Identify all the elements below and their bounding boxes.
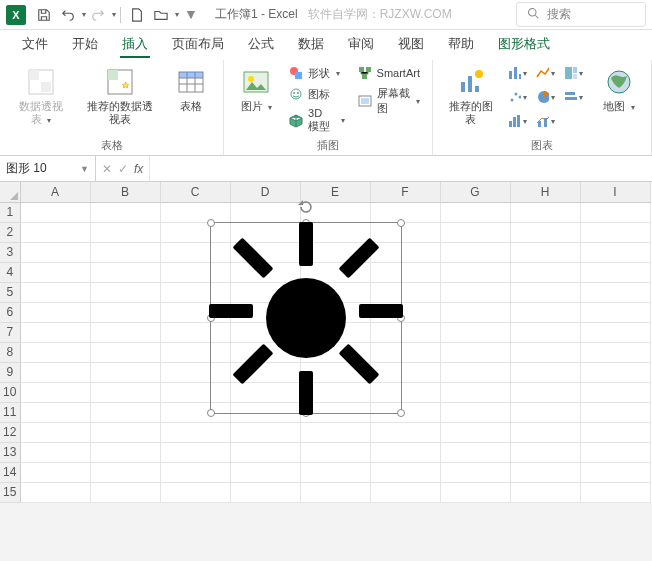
smartart-icon (357, 65, 373, 81)
fx-icon[interactable]: fx (134, 162, 143, 176)
shapes-button[interactable]: 形状▾ (286, 64, 347, 82)
svg-point-9 (248, 76, 254, 82)
new-file-icon[interactable] (125, 3, 149, 27)
redo-icon[interactable] (86, 3, 110, 27)
resize-handle[interactable] (397, 314, 405, 322)
name-box[interactable]: 图形 10 ▼ (0, 156, 96, 181)
recommended-charts-label: 推荐的图表 (447, 100, 495, 125)
col-header[interactable]: G (440, 182, 510, 202)
recommended-charts-button[interactable]: 推荐的图表 (443, 64, 499, 127)
accept-formula-icon[interactable]: ✓ (118, 162, 128, 176)
resize-handle[interactable] (207, 219, 215, 227)
open-folder-icon[interactable] (149, 3, 173, 27)
resize-handle[interactable] (207, 409, 215, 417)
col-header[interactable]: H (510, 182, 580, 202)
pictures-button[interactable]: 图片 ▾ (234, 64, 278, 115)
name-box-dropdown-icon[interactable]: ▼ (80, 164, 89, 174)
tab-review[interactable]: 审阅 (338, 30, 384, 60)
tab-formulas[interactable]: 公式 (238, 30, 284, 60)
shapes-icon (288, 65, 304, 81)
svg-rect-22 (475, 86, 479, 92)
search-input[interactable]: 搜索 (516, 2, 646, 27)
bar-chart-icon[interactable]: ▾ (563, 88, 583, 106)
tab-view[interactable]: 视图 (388, 30, 434, 60)
resize-handle[interactable] (302, 409, 310, 417)
recommended-pivot-icon (104, 66, 136, 98)
resize-handle[interactable] (397, 409, 405, 417)
table-button[interactable]: 表格 (169, 64, 213, 115)
tab-layout[interactable]: 页面布局 (162, 30, 234, 60)
redo-more[interactable]: ▾ (112, 10, 116, 19)
col-header[interactable]: A (20, 182, 90, 202)
smartart-button[interactable]: SmartArt (355, 64, 422, 82)
row-header[interactable]: 13 (0, 442, 20, 462)
svg-rect-7 (179, 72, 203, 78)
tab-shape-format[interactable]: 图形格式 (488, 30, 560, 60)
svg-rect-20 (461, 82, 465, 92)
row-header[interactable]: 14 (0, 462, 20, 482)
svg-rect-5 (108, 70, 118, 80)
recommended-pivot-button[interactable]: 推荐的数据透视表 (80, 64, 162, 127)
col-header[interactable]: D (230, 182, 300, 202)
treemap-chart-icon[interactable]: ▾ (563, 64, 583, 82)
cancel-formula-icon[interactable]: ✕ (102, 162, 112, 176)
qat-separator (120, 7, 121, 23)
save-icon[interactable] (32, 3, 56, 27)
row-header[interactable]: 10 (0, 382, 20, 402)
tab-home[interactable]: 开始 (62, 30, 108, 60)
svg-rect-36 (509, 121, 512, 127)
screenshot-button[interactable]: 屏幕截图▾ (355, 85, 422, 117)
svg-point-30 (510, 99, 513, 102)
spreadsheet-grid[interactable]: A B C D E F G H I 1 2 3 4 5 6 7 8 9 10 1… (0, 182, 651, 503)
watermark-text: 软件自学网：RJZXW.COM (308, 6, 452, 23)
tab-help[interactable]: 帮助 (438, 30, 484, 60)
select-all-button[interactable] (0, 182, 20, 202)
name-box-value: 图形 10 (6, 160, 47, 177)
col-header[interactable]: B (90, 182, 160, 202)
maps-button[interactable]: 地图 ▾ (597, 64, 641, 115)
row-header[interactable]: 3 (0, 242, 20, 262)
resize-handle[interactable] (397, 219, 405, 227)
row-header[interactable]: 2 (0, 222, 20, 242)
svg-rect-3 (41, 82, 51, 92)
ribbon: 数据透视表 ▾ 推荐的数据透视表 表格 表格 图片 ▾ 形状▾ 图标 3D 模型… (0, 60, 652, 156)
scatter-chart-icon[interactable]: ▾ (507, 88, 527, 106)
search-icon (527, 7, 539, 22)
tab-file[interactable]: 文件 (12, 30, 58, 60)
combo-chart-icon[interactable]: ▾ (535, 112, 555, 130)
formula-bar-input[interactable] (150, 156, 652, 181)
row-header[interactable]: 6 (0, 302, 20, 322)
row-header[interactable]: 8 (0, 342, 20, 362)
row-header[interactable]: 5 (0, 282, 20, 302)
search-placeholder: 搜索 (547, 6, 571, 23)
3d-models-button[interactable]: 3D 模型▾ (286, 106, 347, 135)
row-header[interactable]: 11 (0, 402, 20, 422)
icons-button[interactable]: 图标 (286, 85, 347, 103)
row-header[interactable]: 12 (0, 422, 20, 442)
col-header[interactable]: F (370, 182, 440, 202)
svg-point-0 (529, 9, 537, 17)
col-header[interactable]: C (160, 182, 230, 202)
resize-handle[interactable] (302, 219, 310, 227)
histogram-chart-icon[interactable]: ▾ (507, 112, 527, 130)
row-header[interactable]: 7 (0, 322, 20, 342)
cube-icon (288, 113, 304, 129)
pivot-table-button[interactable]: 数据透视表 ▾ (10, 64, 72, 127)
line-chart-icon[interactable]: ▾ (535, 64, 555, 82)
row-header[interactable]: 4 (0, 262, 20, 282)
row-header[interactable]: 15 (0, 482, 20, 502)
row-header[interactable]: 1 (0, 202, 20, 222)
col-header[interactable]: I (580, 182, 650, 202)
tab-data[interactable]: 数据 (288, 30, 334, 60)
row-header[interactable]: 9 (0, 362, 20, 382)
undo-icon[interactable] (56, 3, 80, 27)
resize-handle[interactable] (207, 314, 215, 322)
rotate-handle-icon[interactable] (297, 198, 315, 219)
icons-icon (288, 86, 304, 102)
recommended-charts-icon (455, 66, 487, 98)
column-chart-icon[interactable]: ▾ (507, 64, 527, 82)
qat-customize-icon[interactable]: ⯆ (179, 3, 203, 27)
pie-chart-icon[interactable]: ▾ (535, 88, 555, 106)
tab-insert[interactable]: 插入 (112, 30, 158, 60)
svg-rect-15 (359, 67, 364, 72)
